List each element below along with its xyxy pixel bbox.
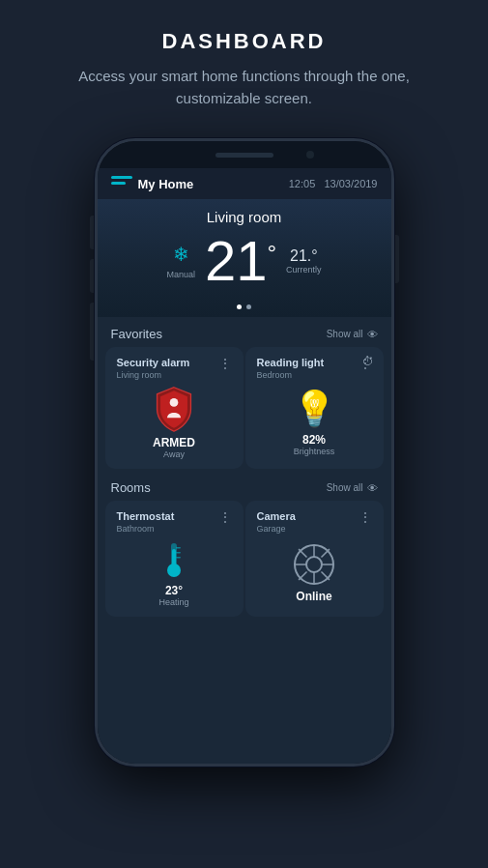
rooms-cards-grid: Thermostat Bathroom ⋮ <box>98 501 391 617</box>
front-camera <box>306 151 314 159</box>
brightness-label: Brightness <box>294 447 335 456</box>
current-label: Currently <box>286 265 322 275</box>
timer-icon: ⏱ <box>362 355 374 368</box>
power-button-left <box>90 303 94 361</box>
camera-card[interactable]: Camera Garage ⋮ <box>245 501 384 617</box>
armed-label: ARMED <box>153 436 195 449</box>
reading-card-body: 💡 82% Brightness <box>257 380 372 459</box>
favorites-section-header: Favorites Show all 👁 <box>98 317 391 347</box>
hero-room-name: Living room <box>117 209 372 225</box>
reading-card-title: Reading light <box>257 357 325 368</box>
favorites-cards-grid: Security alarm Living room ⋮ <box>98 347 391 469</box>
phone-frame: My Home 12:05 13/03/2019 Living room ❄ M… <box>95 138 394 767</box>
page-title: DASHBOARD <box>39 29 449 54</box>
current-temp-value: 21.° <box>290 247 318 265</box>
logo-line-2 <box>111 182 126 185</box>
online-label: Online <box>296 590 331 603</box>
hero-card: Living room ❄ Manual 21° 21.° Currently <box>98 199 391 317</box>
app-logo[interactable]: My Home <box>111 176 194 191</box>
svg-rect-6 <box>176 557 181 559</box>
notch-speaker <box>215 153 273 158</box>
camera-card-title: Camera <box>257 510 296 522</box>
app-screen: My Home 12:05 13/03/2019 Living room ❄ M… <box>98 168 391 764</box>
heating-label: Heating <box>158 597 188 607</box>
svg-line-13 <box>299 549 306 557</box>
eye-icon-rooms: 👁 <box>367 482 378 494</box>
manual-section: ❄ Manual <box>166 243 195 279</box>
app-topbar: My Home 12:05 13/03/2019 <box>98 168 391 199</box>
show-all-favorites[interactable]: Show all 👁 <box>327 329 378 340</box>
volume-up-button <box>90 216 94 249</box>
reading-card-header: Reading light Bedroom ⋮ <box>257 357 372 380</box>
svg-rect-5 <box>176 552 181 554</box>
security-card-title: Security alarm <box>117 357 190 368</box>
camera-card-subtitle: Garage <box>257 524 296 534</box>
security-card-subtitle: Living room <box>117 370 190 380</box>
security-card-body: ARMED Away <box>117 380 232 459</box>
show-all-favorites-text: Show all <box>327 329 363 339</box>
volume-down-button <box>90 259 94 293</box>
reading-title-group: Reading light Bedroom <box>257 357 325 380</box>
reading-card-subtitle: Bedroom <box>257 370 325 380</box>
app-time-date: 12:05 13/03/2019 <box>289 178 378 189</box>
thermostat-more-icon[interactable]: ⋮ <box>218 510 232 524</box>
camera-card-header: Camera Garage ⋮ <box>257 510 372 534</box>
hero-weather-row: ❄ Manual 21° 21.° Currently <box>117 233 372 299</box>
security-alarm-card[interactable]: Security alarm Living room ⋮ <box>105 347 244 469</box>
rooms-section-header: Rooms Show all 👁 <box>98 471 391 501</box>
camera-more-icon[interactable]: ⋮ <box>359 510 372 524</box>
rooms-title: Rooms <box>111 480 151 495</box>
camera-card-body: Online <box>257 534 372 607</box>
svg-point-3 <box>167 564 181 577</box>
svg-point-0 <box>170 398 179 407</box>
current-temp-section: 21.° Currently <box>286 247 322 275</box>
snowflake-icon: ❄ <box>173 243 189 266</box>
thermostat-card[interactable]: Thermostat Bathroom ⋮ <box>105 501 244 617</box>
security-title-group: Security alarm Living room <box>117 357 190 380</box>
svg-line-14 <box>322 572 330 580</box>
big-temperature: 21° <box>205 233 276 289</box>
bulb-icon: 💡 <box>293 389 336 429</box>
logo-icon <box>111 176 132 191</box>
shield-icon <box>151 386 197 432</box>
camera-title-group: Camera Garage <box>257 510 296 534</box>
temp-value: 23° <box>165 584 183 597</box>
phone-wrapper: My Home 12:05 13/03/2019 Living room ❄ M… <box>95 138 394 767</box>
svg-line-15 <box>322 549 330 557</box>
app-date: 13/03/2019 <box>324 178 377 189</box>
security-card-header: Security alarm Living room ⋮ <box>117 357 232 380</box>
thermostat-card-body: 23° Heating <box>117 534 232 607</box>
temp-value: 21 <box>205 229 268 292</box>
power-button-right-top <box>395 235 399 283</box>
camera-icon <box>293 543 335 586</box>
svg-line-16 <box>299 572 306 580</box>
manual-label: Manual <box>166 270 195 279</box>
svg-point-8 <box>306 557 322 572</box>
thermometer-icon <box>158 539 189 580</box>
svg-rect-4 <box>176 547 181 549</box>
show-all-rooms[interactable]: Show all 👁 <box>327 482 378 494</box>
brightness-value: 82% <box>302 433 326 447</box>
header-section: DASHBOARD Access your smart home functio… <box>0 0 488 129</box>
thermostat-card-header: Thermostat Bathroom ⋮ <box>117 510 232 534</box>
phone-top-bar <box>98 141 391 168</box>
scroll-content[interactable]: Favorites Show all 👁 Security alarm Livi… <box>98 317 391 764</box>
pagination-dots <box>117 299 372 317</box>
eye-icon-favorites: 👁 <box>367 329 378 340</box>
app-time: 12:05 <box>289 178 316 189</box>
app-name: My Home <box>138 177 194 191</box>
degree-symbol: ° <box>267 240 276 266</box>
reading-light-card[interactable]: Reading light Bedroom ⋮ ⏱ 💡 82% Brightne… <box>245 347 384 469</box>
security-more-icon[interactable]: ⋮ <box>218 357 232 370</box>
away-label: Away <box>163 449 185 459</box>
thermostat-card-title: Thermostat <box>117 510 175 522</box>
favorites-title: Favorites <box>111 327 162 341</box>
show-all-rooms-text: Show all <box>327 482 363 493</box>
thermostat-title-group: Thermostat Bathroom <box>117 510 175 534</box>
dot-2[interactable] <box>246 304 251 309</box>
shield-icon-wrapper <box>151 386 197 432</box>
page-subtitle: Access your smart home functions through… <box>39 66 449 109</box>
thermostat-card-subtitle: Bathroom <box>117 524 175 534</box>
logo-line-1 <box>111 176 132 179</box>
dot-1[interactable] <box>237 304 242 309</box>
